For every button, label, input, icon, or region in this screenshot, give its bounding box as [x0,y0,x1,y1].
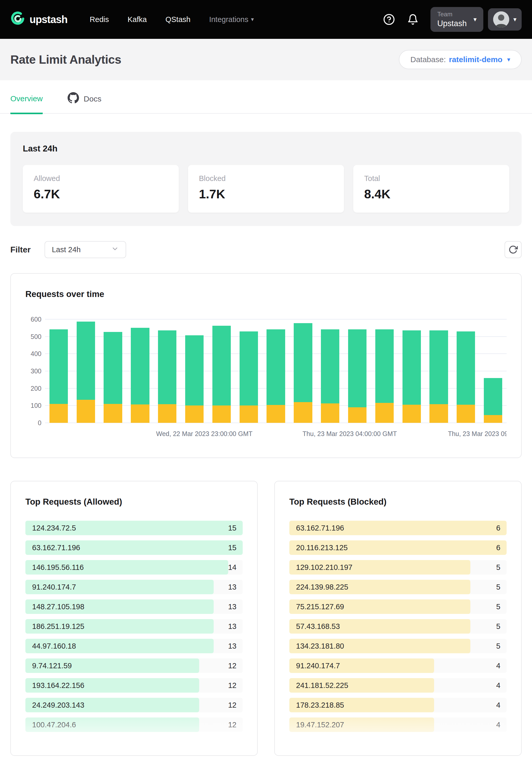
ip-address: 134.23.181.80 [296,642,344,650]
database-selector[interactable]: Database: ratelimit-demo ▾ [399,50,522,69]
ip-address: 63.162.71.196 [32,544,80,552]
bar[interactable] [289,319,317,423]
request-count: 13 [228,622,236,631]
request-count: 4 [496,701,500,710]
ip-address: 241.181.52.225 [296,681,348,690]
bar[interactable] [480,319,507,423]
navbar-right: Team Upstash ▾ ▾ [383,7,522,32]
requests-over-time-card: Requests over time 0100200300400500600 W… [10,273,522,458]
blocked-segment [321,403,339,423]
ip-address: 63.162.71.196 [296,524,344,532]
blocked-segment [104,404,122,423]
bar[interactable] [45,319,72,423]
bar[interactable] [398,319,425,423]
blocked-segment [484,415,502,423]
chart-bars [45,319,507,423]
list-item: 100.47.204.612 [25,718,243,732]
bar[interactable] [72,319,100,423]
bar[interactable] [371,319,398,423]
stats-summary-card: Last 24h Allowed 6.7K Blocked 1.7K Total… [10,132,522,226]
ip-address: 100.47.204.6 [32,721,76,729]
allowed-segment [321,329,339,403]
blocked-segment [375,403,394,423]
request-count: 12 [228,701,236,710]
request-count: 4 [496,681,500,690]
allowed-segment [49,329,68,404]
github-icon [67,92,79,106]
bar[interactable] [262,319,290,423]
top-blocked-title: Top Requests (Blocked) [289,497,507,507]
list-item: 129.102.210.1975 [289,560,507,575]
allowed-segment [158,330,176,404]
ip-address: 193.164.22.156 [32,681,84,690]
bar[interactable] [425,319,453,423]
bar[interactable] [344,319,371,423]
y-tick-label: 600 [31,316,41,323]
ip-address: 91.240.174.7 [32,583,76,591]
y-axis: 0100200300400500600 [25,319,45,423]
list-item: 57.43.168.535 [289,619,507,634]
request-count: 5 [496,602,500,611]
y-tick-label: 100 [31,402,41,409]
time-range-select[interactable]: Last 24h [44,241,126,258]
filter-row: Filter Last 24h [10,241,522,258]
blocked-segment [158,404,176,423]
request-count: 4 [496,661,500,670]
user-menu[interactable]: ▾ [488,8,522,31]
top-navbar: upstash Redis Kafka QStash Integrations … [0,0,532,39]
refresh-button[interactable] [505,241,522,258]
chevron-down-icon: ▾ [251,17,254,22]
allowed-segment [484,378,502,415]
list-item: 134.23.181.805 [289,639,507,653]
allowed-segment [429,330,448,404]
tab-docs-label: Docs [84,94,101,103]
allowed-segment [131,328,149,404]
team-eyebrow: Team [437,11,467,18]
brand-name: upstash [29,14,67,25]
allowed-segment [212,326,231,406]
bar[interactable] [317,319,344,423]
bar[interactable] [235,319,262,423]
ip-address: 20.116.213.125 [296,544,348,552]
list-item: 9.74.121.5912 [25,658,243,673]
bar[interactable] [154,319,181,423]
request-count: 13 [228,583,236,591]
request-count: 5 [496,642,500,650]
upstash-brand[interactable]: upstash [10,11,67,27]
nav-link-integrations[interactable]: Integrations ▾ [209,15,254,24]
nav-link-kafka[interactable]: Kafka [128,15,147,24]
page-title: Rate Limit Analytics [10,52,121,66]
bar[interactable] [208,319,235,423]
stat-blocked-value: 1.7K [199,187,333,201]
tab-overview[interactable]: Overview [10,92,43,114]
list-item: 91.240.174.74 [289,658,507,673]
help-icon[interactable] [383,13,395,26]
request-count: 15 [228,524,236,532]
list-item: 91.240.174.713 [25,580,243,594]
bar[interactable] [126,319,154,423]
list-item: 20.116.213.1256 [289,540,507,555]
nav-link-redis[interactable]: Redis [90,15,109,24]
ip-address: 44.97.160.18 [32,642,76,650]
nav-link-qstash[interactable]: QStash [166,15,191,24]
allowed-segment [294,323,312,402]
tab-docs[interactable]: Docs [67,92,101,113]
blocked-segment [239,405,258,423]
bar[interactable] [452,319,480,423]
list-item: 63.162.71.1966 [289,521,507,535]
bar[interactable] [100,319,127,423]
allowed-segment [104,332,122,404]
team-selector[interactable]: Team Upstash ▾ [430,7,483,32]
list-item: 148.27.105.19813 [25,599,243,614]
bell-icon[interactable] [407,13,419,26]
stats-title: Last 24h [23,144,509,154]
bar[interactable] [181,319,208,423]
stat-allowed-label: Allowed [34,174,168,183]
stat-total-label: Total [364,174,498,183]
stat-blocked: Blocked 1.7K [188,165,344,213]
chevron-down-icon: ▾ [507,56,510,63]
request-count: 13 [228,602,236,611]
allowed-segment [457,332,475,405]
top-blocked-rows: 63.162.71.196620.116.213.1256129.102.210… [289,521,507,732]
list-item: 178.23.218.854 [289,698,507,712]
